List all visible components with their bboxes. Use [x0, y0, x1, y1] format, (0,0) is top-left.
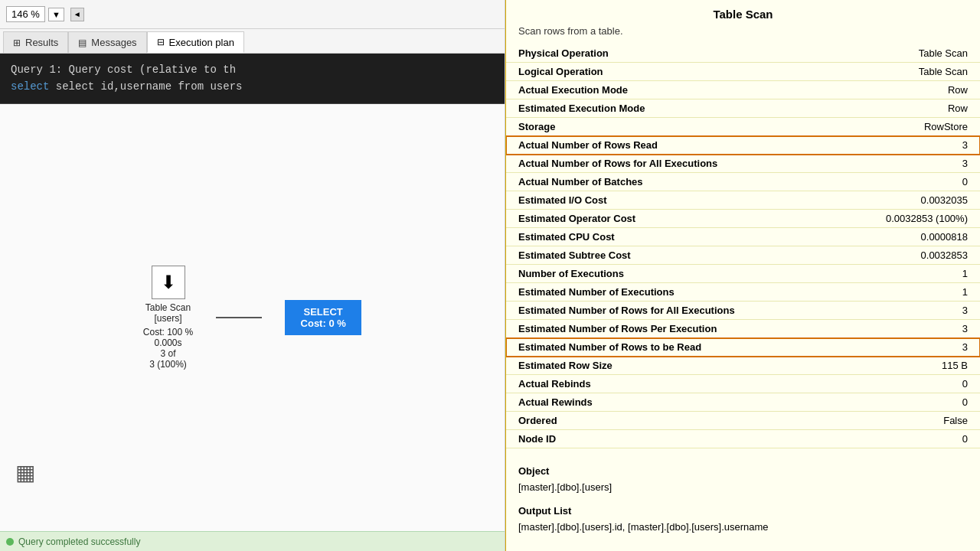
status-text: Query completed successfully: [18, 536, 140, 547]
prop-name: Physical Operation: [506, 44, 766, 63]
prop-name: Estimated Number of Rows for All Executi…: [506, 302, 766, 320]
right-panel: Table Scan Scan rows from a table. Physi…: [505, 0, 980, 551]
tabs-bar: ⊞ Results ▤ Messages ⊟ Execution plan: [0, 29, 505, 54]
select-node[interactable]: SELECT Cost: 0 %: [285, 300, 361, 335]
prop-value: RowStore: [766, 118, 980, 136]
output-section-value: [master].[dbo].[users].id, [master].[dbo…: [506, 520, 980, 536]
prop-name: Number of Executions: [506, 265, 766, 283]
table-row: Node ID 0: [506, 430, 980, 448]
table-row: Number of Executions 1: [506, 265, 980, 283]
prop-value: 0: [766, 393, 980, 412]
prop-value: 0.0032853: [766, 246, 980, 265]
prop-value: 0: [766, 375, 980, 393]
prop-value: 3: [766, 136, 980, 155]
tab-execution-plan[interactable]: ⊟ Execution plan: [147, 31, 244, 53]
execution-plan-icon: ⊟: [157, 37, 165, 47]
table-row: Estimated Number of Rows Per Execution 3: [506, 320, 980, 338]
prop-value: 0.0000818: [766, 228, 980, 246]
results-icon: ⊞: [13, 37, 21, 48]
prop-name: Actual Execution Mode: [506, 81, 766, 99]
table-scan-icon[interactable]: ⬇: [152, 266, 185, 299]
plan-nodes: ⬇ Table Scan [users] Cost: 100 % 0.000s …: [128, 250, 377, 385]
prop-value: 3: [766, 320, 980, 338]
connector-line: [216, 317, 262, 318]
prop-value: 0.0032035: [766, 191, 980, 210]
prop-name: Estimated CPU Cost: [506, 228, 766, 246]
object-section-header: Object: [506, 456, 980, 480]
table-row: Storage RowStore: [506, 118, 980, 136]
table-row: Physical Operation Table Scan: [506, 44, 980, 63]
prop-name: Estimated Subtree Cost: [506, 246, 766, 265]
prop-name: Estimated Execution Mode: [506, 99, 766, 118]
prop-value: Table Scan: [766, 63, 980, 81]
table-row: Actual Number of Rows for All Executions…: [506, 155, 980, 173]
table-row: Logical Operation Table Scan: [506, 63, 980, 81]
status-dot: [6, 538, 14, 546]
prop-name: Ordered: [506, 412, 766, 430]
table-row: Actual Execution Mode Row: [506, 81, 980, 99]
execution-plan-canvas: ⬇ Table Scan [users] Cost: 100 % 0.000s …: [0, 104, 505, 531]
table-row: Actual Rewinds 0: [506, 393, 980, 412]
prop-value: 3: [766, 338, 980, 357]
scroll-left-button[interactable]: ◄: [70, 8, 84, 21]
prop-name: Actual Rebinds: [506, 375, 766, 393]
prop-name: Storage: [506, 118, 766, 136]
table-row: Actual Number of Batches 0: [506, 173, 980, 191]
left-panel: 146 % ▼ ◄ ⊞ Results ▤ Messages ⊟ Executi…: [0, 0, 505, 551]
prop-value: 0.0032853 (100%): [766, 210, 980, 228]
prop-value: Row: [766, 99, 980, 118]
prop-name: Actual Number of Rows for All Executions: [506, 155, 766, 173]
output-section-header: Output List: [506, 496, 980, 520]
prop-name: Estimated Number of Rows to be Read: [506, 338, 766, 357]
properties-table: Physical Operation Table Scan Logical Op…: [506, 44, 980, 448]
tab-messages[interactable]: ▤ Messages: [68, 31, 146, 53]
tab-results[interactable]: ⊞ Results: [3, 31, 68, 53]
prop-value: 1: [766, 265, 980, 283]
prop-name: Estimated Row Size: [506, 357, 766, 375]
messages-icon: ▤: [78, 37, 87, 48]
query-line2: select select id,username from users: [11, 78, 494, 95]
table-row: Estimated Number of Rows for All Executi…: [506, 302, 980, 320]
tab-execution-plan-label: Execution plan: [169, 37, 234, 48]
prop-name: Estimated Number of Rows Per Execution: [506, 320, 766, 338]
prop-name: Estimated Operator Cost: [506, 210, 766, 228]
panel-description: Scan rows from a table.: [506, 25, 980, 44]
table-row: Estimated Row Size 115 B: [506, 357, 980, 375]
prop-value: 0: [766, 173, 980, 191]
prop-value: 115 B: [766, 357, 980, 375]
table-row: Estimated CPU Cost 0.0000818: [506, 228, 980, 246]
prop-name: Estimated I/O Cost: [506, 191, 766, 210]
toolbar: 146 % ▼ ◄: [0, 0, 505, 29]
prop-value: Row: [766, 81, 980, 99]
prop-name: Logical Operation: [506, 63, 766, 81]
prop-name: Node ID: [506, 430, 766, 448]
status-bar: Query completed successfully: [0, 531, 505, 551]
table-row: Estimated I/O Cost 0.0032035: [506, 191, 980, 210]
table-row: Actual Number of Rows Read 3: [506, 136, 980, 155]
zoom-dropdown[interactable]: ▼: [48, 8, 64, 21]
prop-value: 3: [766, 302, 980, 320]
object-section-value: [master].[dbo].[users]: [506, 480, 980, 496]
prop-name: Actual Number of Rows Read: [506, 136, 766, 155]
prop-name: Actual Number of Batches: [506, 173, 766, 191]
prop-value: False: [766, 412, 980, 430]
grid-icon: ▦: [15, 460, 35, 485]
prop-value: 1: [766, 283, 980, 302]
prop-name: Estimated Number of Executions: [506, 283, 766, 302]
tab-results-label: Results: [25, 37, 58, 48]
prop-value: Table Scan: [766, 44, 980, 63]
prop-name: Actual Rewinds: [506, 393, 766, 412]
table-row: Estimated Number of Executions 1: [506, 283, 980, 302]
panel-title: Table Scan: [506, 0, 980, 25]
zoom-value[interactable]: 146 %: [6, 6, 45, 22]
table-scan-node[interactable]: ⬇ Table Scan [users] Cost: 100 % 0.000s …: [143, 266, 193, 370]
table-scan-cost: Cost: 100 % 0.000s 3 of 3 (100%): [143, 327, 193, 370]
table-row: Estimated Execution Mode Row: [506, 99, 980, 118]
table-row: Estimated Number of Rows to be Read 3: [506, 338, 980, 357]
table-row: Actual Rebinds 0: [506, 375, 980, 393]
table-row: Estimated Subtree Cost 0.0032853: [506, 246, 980, 265]
table-scan-label: Table Scan [users]: [145, 302, 191, 324]
table-row: Estimated Operator Cost 0.0032853 (100%): [506, 210, 980, 228]
query-display: Query 1: Query cost (relative to th sele…: [0, 54, 505, 104]
zoom-control: 146 % ▼: [6, 6, 64, 22]
